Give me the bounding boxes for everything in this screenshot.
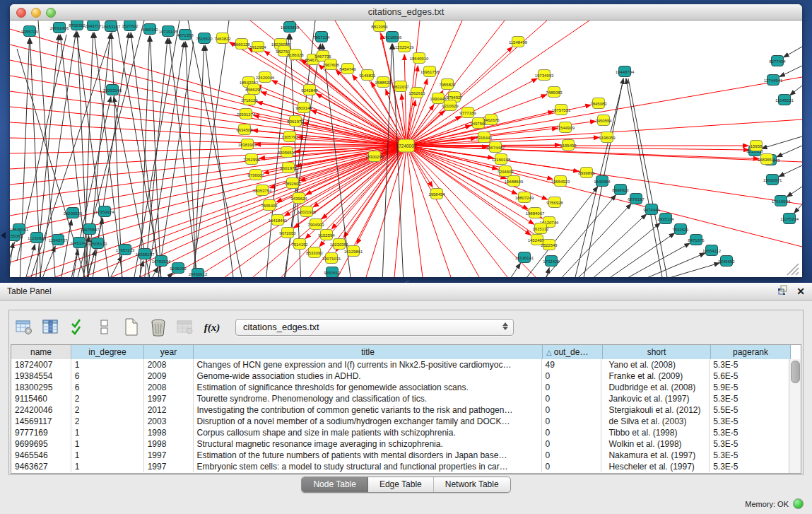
graph-node[interactable]: 8471676 bbox=[688, 235, 705, 245]
graph-node[interactable]: 18757551 bbox=[552, 105, 571, 115]
graph-node[interactable]: 8277434 bbox=[769, 56, 786, 66]
graph-node[interactable]: 7605404 bbox=[261, 200, 278, 211]
graph-node[interactable]: 8361972 bbox=[287, 116, 304, 127]
graph-node[interactable]: 10654112 bbox=[702, 245, 722, 256]
graph-node[interactable]: 1640954 bbox=[594, 176, 611, 187]
window-resize-grip[interactable] bbox=[787, 264, 799, 275]
graph-node[interactable]: 9210629 bbox=[442, 100, 459, 111]
column-header-pagerank[interactable]: pagerank bbox=[711, 345, 791, 359]
graph-node[interactable]: 9245652 bbox=[718, 256, 735, 267]
graph-node[interactable]: 9736007 bbox=[247, 170, 264, 180]
graph-node[interactable]: 9242848 bbox=[301, 85, 318, 95]
graph-node[interactable]: 17016504 bbox=[772, 196, 791, 206]
graph-node[interactable]: 11548498 bbox=[509, 37, 528, 47]
graph-node[interactable]: 2967608 bbox=[322, 59, 339, 70]
graph-node[interactable]: 10653287 bbox=[102, 21, 121, 32]
graph-node[interactable]: 8765362 bbox=[69, 21, 86, 30]
graph-node[interactable]: 20301274 bbox=[237, 109, 256, 119]
tab-node-table[interactable]: Node Table bbox=[302, 477, 368, 492]
graph-node[interactable]: 11544909 bbox=[556, 122, 575, 133]
column-header-year[interactable]: year bbox=[144, 345, 194, 359]
table-row[interactable]: 2242004622012Investigating the contribut… bbox=[11, 404, 789, 416]
table-row[interactable]: 977716911998Corpus callosum shape and si… bbox=[11, 427, 789, 438]
graph-node[interactable]: 9777169 bbox=[459, 107, 476, 118]
graph-node[interactable]: 1615132 bbox=[532, 223, 549, 234]
column-header-name[interactable]: name bbox=[11, 345, 71, 359]
delete-trash-icon[interactable] bbox=[149, 318, 167, 337]
tab-network-table[interactable]: Network Table bbox=[434, 477, 510, 492]
graph-node[interactable]: 6466140 bbox=[141, 24, 158, 35]
graph-node[interactable]: 8939895 bbox=[578, 168, 595, 178]
table-row[interactable]: 1456911722003Disruption of a novel membe… bbox=[11, 416, 789, 427]
graph-node[interactable]: 9245093 bbox=[170, 263, 187, 274]
graph-node[interactable]: 16448794 bbox=[616, 66, 635, 77]
row-toggle-icon[interactable] bbox=[95, 318, 114, 337]
graph-node[interactable]: 18381903 bbox=[238, 139, 257, 150]
graph-node[interactable]: 20691406 bbox=[50, 23, 69, 33]
graph-node[interactable]: 12021928 bbox=[298, 206, 317, 217]
table-row[interactable]: 1872400712008Changes of HCN gene express… bbox=[11, 359, 789, 370]
network-canvas[interactable]: 9355724206914068765362234371710653287152… bbox=[10, 21, 802, 277]
graph-node[interactable]: 9634508 bbox=[236, 124, 253, 135]
graph-node[interactable]: 9756928 bbox=[546, 197, 563, 208]
column-visibility-icon[interactable] bbox=[42, 318, 60, 337]
graph-node[interactable]: 7462676 bbox=[483, 115, 500, 125]
graph-node[interactable]: 7892602 bbox=[284, 178, 301, 189]
float-panel-icon[interactable] bbox=[778, 285, 788, 298]
graph-node[interactable]: 7485083 bbox=[546, 87, 563, 98]
graph-node[interactable]: 4671358 bbox=[177, 30, 194, 40]
graph-node[interactable]: 20206535 bbox=[64, 208, 83, 218]
graph-node[interactable]: 9672053 bbox=[279, 228, 296, 238]
graph-node[interactable]: 12160108 bbox=[492, 154, 511, 165]
graph-node[interactable]: 12325419 bbox=[395, 42, 414, 52]
new-document-icon[interactable] bbox=[122, 318, 141, 337]
graph-node[interactable]: 7857224 bbox=[313, 32, 330, 42]
graph-node[interactable]: 7252995 bbox=[243, 154, 260, 165]
graph-node[interactable]: 7632621 bbox=[672, 224, 689, 235]
graph-node[interactable]: 2450554 bbox=[595, 115, 612, 126]
table-row[interactable]: 946362711997Embryonic stem cells: a mode… bbox=[11, 461, 789, 472]
select-all-check-icon[interactable] bbox=[69, 318, 87, 337]
graph-node[interactable]: 1527602 bbox=[122, 21, 139, 31]
graph-node[interactable]: 5912954 bbox=[249, 42, 266, 52]
graph-node[interactable]: 11045531 bbox=[775, 95, 794, 105]
graph-node[interactable]: 2935114 bbox=[658, 214, 675, 224]
graph-node[interactable]: 8186328 bbox=[287, 49, 304, 60]
graph-node[interactable]: 6879197 bbox=[628, 194, 645, 204]
graph-node[interactable]: 7463822 bbox=[214, 33, 231, 44]
vertical-scrollbar[interactable] bbox=[789, 359, 801, 473]
graph-node[interactable]: 18053754 bbox=[253, 185, 272, 196]
graph-node[interactable]: 20450612 bbox=[189, 269, 208, 278]
tab-edge-table[interactable]: Edge Table bbox=[368, 477, 434, 492]
graph-node[interactable]: 9152594 bbox=[318, 230, 335, 240]
graph-node[interactable]: 2718129 bbox=[241, 95, 258, 105]
graph-node[interactable]: 8938923 bbox=[612, 185, 629, 195]
table-row[interactable]: 969969511998Structural magnetic resonanc… bbox=[11, 438, 789, 450]
graph-node[interactable]: 19734993 bbox=[535, 70, 554, 81]
graph-node[interactable]: 9146821 bbox=[359, 70, 376, 81]
graph-node[interactable]: 8822037 bbox=[392, 81, 409, 92]
graph-node[interactable]: 16782634 bbox=[152, 256, 171, 267]
column-header-short[interactable]: short bbox=[603, 345, 711, 359]
graph-node[interactable]: 7904903 bbox=[307, 219, 324, 230]
graph-node[interactable]: 1588520 bbox=[375, 77, 392, 88]
graph-node[interactable]: 10674487 bbox=[486, 142, 505, 153]
column-header-title[interactable]: title bbox=[194, 345, 543, 359]
graph-node[interactable]: 8813054 bbox=[371, 21, 388, 32]
table-row[interactable]: 1938455462009Genome-wide association stu… bbox=[11, 370, 789, 382]
scrollbar-thumb[interactable] bbox=[791, 361, 800, 383]
graph-node[interactable]: 10688609 bbox=[505, 176, 524, 187]
graph-node[interactable]: 10071031 bbox=[322, 253, 341, 264]
graph-node[interactable]: 8966295 bbox=[245, 84, 262, 95]
table-row[interactable]: 1830029562008Estimation of significance … bbox=[11, 382, 789, 393]
graph-node[interactable]: 1958454 bbox=[428, 189, 445, 199]
graph-node[interactable]: 9439624 bbox=[290, 193, 307, 204]
function-builder-icon[interactable]: f(x) bbox=[203, 318, 221, 337]
graph-node[interactable]: 1562615 bbox=[408, 88, 425, 98]
graph-node[interactable]: 7514152 bbox=[291, 239, 308, 250]
citation-network-graph[interactable]: 9355724206914068765362234371710653287152… bbox=[10, 21, 802, 277]
graph-node[interactable]: 9474444 bbox=[643, 204, 660, 215]
graph-node[interactable]: 18640910 bbox=[410, 53, 429, 64]
graph-node[interactable]: 16053809 bbox=[281, 22, 300, 33]
graph-node[interactable]: 19884067 bbox=[526, 208, 545, 218]
